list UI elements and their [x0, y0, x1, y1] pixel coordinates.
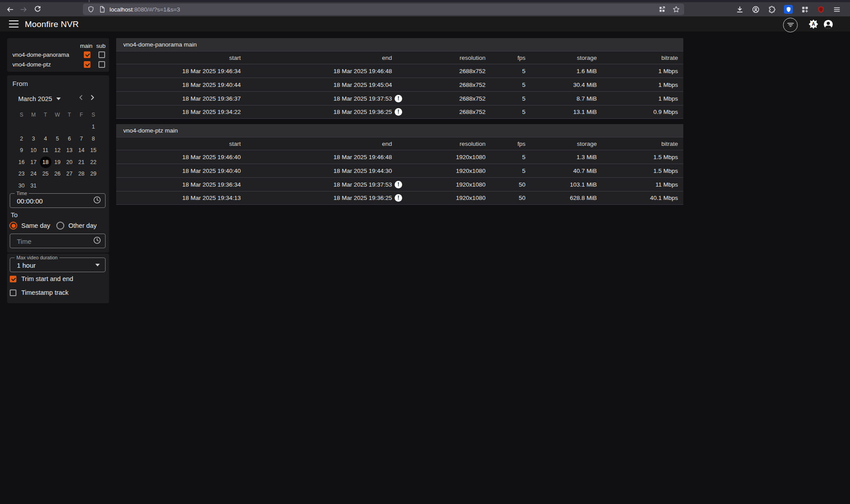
clock-icon[interactable]	[93, 196, 101, 206]
calendar-day[interactable]: 30	[16, 180, 27, 192]
trim-label[interactable]: Trim start and end	[21, 275, 73, 282]
next-month-button[interactable]	[89, 94, 95, 101]
filter-button[interactable]	[783, 18, 798, 32]
month-selector[interactable]: March 2025	[18, 95, 52, 102]
recording-row[interactable]: 18 Mar 2025 19:40:4018 Mar 2025 19:44:30…	[116, 164, 683, 177]
calendar-day-empty	[51, 121, 63, 133]
calendar-day[interactable]: 29	[87, 168, 99, 180]
extensions-puzzle-icon[interactable]	[768, 6, 776, 13]
recording-row[interactable]: 18 Mar 2025 19:46:3418 Mar 2025 19:46:48…	[116, 64, 683, 78]
menu-icon[interactable]	[833, 6, 841, 13]
calendar-day[interactable]: 16	[16, 156, 27, 168]
camera-name: vno4-dome-panorama	[12, 51, 80, 58]
forward-icon[interactable]	[20, 6, 27, 13]
calendar-day[interactable]: 23	[16, 168, 27, 180]
calendar-day[interactable]: 13	[63, 145, 75, 156]
page-info-icon[interactable]	[98, 6, 106, 13]
calendar-day[interactable]: 10	[27, 145, 39, 156]
calendar-day[interactable]: 25	[39, 168, 51, 180]
camera-main-checkbox[interactable]	[84, 51, 90, 58]
back-icon[interactable]	[6, 6, 14, 13]
to-time-field[interactable]: Time	[10, 234, 106, 248]
max-duration-select[interactable]: Max video duration 1 hour	[10, 258, 106, 272]
warning-icon: !	[395, 108, 402, 116]
calendar-day[interactable]: 21	[75, 156, 87, 168]
calendar-day-empty	[87, 180, 99, 192]
app-bar: Moonfire NVR A	[0, 16, 850, 31]
calendar-day[interactable]: 4	[39, 133, 51, 145]
ublock-origin-icon[interactable]	[817, 6, 825, 13]
table-header-row: startendresolutionfpsstoragebitrate	[116, 51, 683, 64]
recording-row[interactable]: 18 Mar 2025 19:36:3418 Mar 2025 19:37:53…	[116, 177, 683, 191]
calendar-day-empty	[27, 121, 39, 133]
containers-grid-icon[interactable]	[658, 6, 666, 13]
recording-row[interactable]: 18 Mar 2025 19:40:4418 Mar 2025 19:45:04…	[116, 78, 683, 91]
camera-main-checkbox[interactable]	[84, 61, 90, 68]
calendar-day[interactable]: 8	[87, 133, 99, 145]
calendar-day[interactable]: 15	[87, 145, 99, 156]
trim-option-row: Trim start and end	[10, 275, 73, 282]
nav-menu-icon[interactable]	[9, 20, 19, 27]
calendar-day[interactable]: 12	[51, 145, 63, 156]
same-day-radio[interactable]	[9, 222, 17, 230]
calendar-day[interactable]: 31	[27, 180, 39, 192]
calendar-day[interactable]: 17	[27, 156, 39, 168]
auto-theme-icon[interactable]: A	[809, 20, 818, 31]
other-day-radio[interactable]	[56, 222, 64, 230]
camera-sub-checkbox[interactable]	[98, 51, 105, 58]
calendar-day[interactable]: 26	[51, 168, 63, 180]
calendar-day[interactable]: 18	[40, 156, 51, 168]
calendar-day[interactable]: 11	[39, 145, 51, 156]
camera-sub-checkbox[interactable]	[98, 61, 105, 68]
calendar-day[interactable]: 27	[63, 168, 75, 180]
calendar-day[interactable]: 5	[51, 133, 63, 145]
calendar-day[interactable]: 2	[16, 133, 27, 145]
recording-row[interactable]: 18 Mar 2025 19:34:2218 Mar 2025 19:36:25…	[116, 105, 683, 119]
url-bar[interactable]: localhost:8080/#/?s=1&s=3	[83, 4, 684, 15]
tracking-shield-icon[interactable]	[87, 6, 94, 13]
downloads-icon[interactable]	[736, 6, 744, 13]
clock-icon[interactable]	[93, 236, 101, 246]
calendar-day[interactable]: 20	[63, 156, 75, 168]
month-caret-icon[interactable]	[56, 98, 61, 100]
prev-month-button[interactable]	[78, 94, 84, 101]
calendar-day[interactable]: 1	[87, 121, 99, 133]
other-day-label[interactable]: Other day	[68, 222, 97, 229]
weekday-label: W	[51, 112, 63, 118]
calendar-day[interactable]: 28	[75, 168, 87, 180]
recording-row[interactable]: 18 Mar 2025 19:46:4018 Mar 2025 19:46:48…	[116, 150, 683, 164]
bitwarden-icon[interactable]	[784, 5, 793, 14]
camera-list-header: main sub	[12, 42, 109, 50]
bookmark-star-icon[interactable]	[673, 6, 680, 13]
tab-grid-icon[interactable]	[801, 6, 809, 13]
calendar-day[interactable]: 24	[27, 168, 39, 180]
column-header-start: start	[116, 55, 245, 61]
same-day-label[interactable]: Same day	[21, 222, 50, 229]
timestamp-checkbox[interactable]	[10, 289, 16, 296]
max-duration-label: Max video duration	[15, 255, 59, 260]
calendar-day[interactable]: 19	[51, 156, 63, 168]
calendar-day[interactable]: 6	[63, 133, 75, 145]
from-time-field[interactable]: Time 00:00:00	[10, 193, 106, 208]
weekday-label: T	[63, 112, 75, 118]
column-header-resolution: resolution	[403, 55, 491, 61]
timestamp-label[interactable]: Timestamp track	[21, 289, 69, 296]
column-header-start: start	[116, 141, 245, 147]
calendar-day[interactable]: 9	[16, 145, 27, 156]
calendar-day[interactable]: 14	[75, 145, 87, 156]
url-path: :8080/#/?s=1&s=3	[133, 6, 180, 13]
account-icon[interactable]	[752, 6, 760, 13]
calendar-day[interactable]: 22	[87, 156, 99, 168]
calendar-week-row: 1	[16, 121, 99, 133]
main-column-label: main	[79, 43, 94, 49]
reload-icon[interactable]	[34, 6, 41, 13]
calendar-day-empty	[39, 180, 51, 192]
account-circle-icon[interactable]	[823, 20, 833, 31]
recording-row[interactable]: 18 Mar 2025 19:36:3718 Mar 2025 19:37:53…	[116, 91, 683, 105]
calendar-day[interactable]: 7	[75, 133, 87, 145]
trim-checkbox[interactable]	[10, 276, 16, 282]
recording-row[interactable]: 18 Mar 2025 19:34:1318 Mar 2025 19:36:25…	[116, 191, 683, 205]
calendar-day[interactable]: 3	[27, 133, 39, 145]
options-card: Max video duration 1 hour Trim start and…	[7, 254, 109, 303]
sub-column-label: sub	[94, 43, 108, 49]
